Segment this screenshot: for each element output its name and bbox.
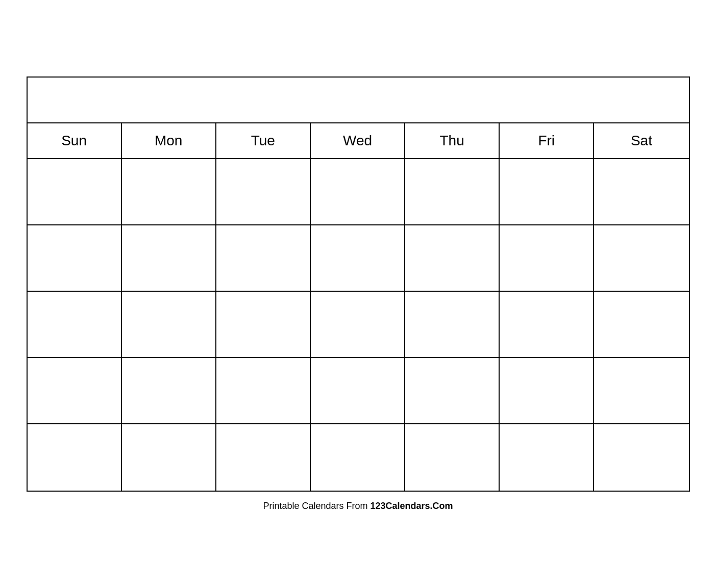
cell-2-5[interactable] bbox=[405, 225, 500, 292]
cell-1-4[interactable] bbox=[311, 159, 405, 225]
cell-2-3[interactable] bbox=[216, 225, 311, 292]
cell-4-6[interactable] bbox=[500, 358, 594, 424]
cell-3-3[interactable] bbox=[216, 292, 311, 358]
cell-4-1[interactable] bbox=[28, 358, 122, 424]
calendar-body bbox=[28, 159, 689, 491]
header-fri: Fri bbox=[500, 123, 594, 158]
cell-3-2[interactable] bbox=[122, 292, 216, 358]
cell-1-5[interactable] bbox=[405, 159, 500, 225]
header-wed: Wed bbox=[311, 123, 405, 158]
footer: Printable Calendars From 123Calendars.Co… bbox=[27, 501, 690, 512]
cell-4-3[interactable] bbox=[216, 358, 311, 424]
cell-1-3[interactable] bbox=[216, 159, 311, 225]
calendar-week-4 bbox=[28, 358, 689, 424]
header-sun: Sun bbox=[28, 123, 122, 158]
page-wrapper: Sun Mon Tue Wed Thu Fri Sat bbox=[27, 76, 690, 512]
calendar-week-1 bbox=[28, 159, 689, 225]
cell-2-1[interactable] bbox=[28, 225, 122, 292]
calendar-week-3 bbox=[28, 292, 689, 358]
header-tue: Tue bbox=[216, 123, 311, 158]
cell-5-1[interactable] bbox=[28, 424, 122, 491]
cell-4-5[interactable] bbox=[405, 358, 500, 424]
cell-3-7[interactable] bbox=[594, 292, 688, 358]
calendar-header: Sun Mon Tue Wed Thu Fri Sat bbox=[28, 123, 689, 159]
cell-5-7[interactable] bbox=[594, 424, 688, 491]
cell-1-7[interactable] bbox=[594, 159, 688, 225]
cell-5-4[interactable] bbox=[311, 424, 405, 491]
calendar-week-2 bbox=[28, 225, 689, 292]
cell-4-2[interactable] bbox=[122, 358, 216, 424]
header-mon: Mon bbox=[122, 123, 216, 158]
header-sat: Sat bbox=[594, 123, 688, 158]
cell-1-1[interactable] bbox=[28, 159, 122, 225]
cell-5-5[interactable] bbox=[405, 424, 500, 491]
cell-3-4[interactable] bbox=[311, 292, 405, 358]
cell-5-3[interactable] bbox=[216, 424, 311, 491]
calendar-title-row bbox=[28, 78, 689, 123]
calendar-week-5 bbox=[28, 424, 689, 491]
cell-3-1[interactable] bbox=[28, 292, 122, 358]
cell-3-6[interactable] bbox=[500, 292, 594, 358]
cell-4-4[interactable] bbox=[311, 358, 405, 424]
cell-5-6[interactable] bbox=[500, 424, 594, 491]
cell-2-4[interactable] bbox=[311, 225, 405, 292]
header-thu: Thu bbox=[405, 123, 500, 158]
calendar-container: Sun Mon Tue Wed Thu Fri Sat bbox=[27, 76, 690, 492]
cell-5-2[interactable] bbox=[122, 424, 216, 491]
cell-2-2[interactable] bbox=[122, 225, 216, 292]
cell-3-5[interactable] bbox=[405, 292, 500, 358]
cell-1-2[interactable] bbox=[122, 159, 216, 225]
cell-1-6[interactable] bbox=[500, 159, 594, 225]
footer-brand: 123Calendars.Com bbox=[371, 501, 453, 511]
cell-2-7[interactable] bbox=[594, 225, 688, 292]
cell-4-7[interactable] bbox=[594, 358, 688, 424]
cell-2-6[interactable] bbox=[500, 225, 594, 292]
footer-prefix: Printable Calendars From bbox=[263, 501, 370, 511]
